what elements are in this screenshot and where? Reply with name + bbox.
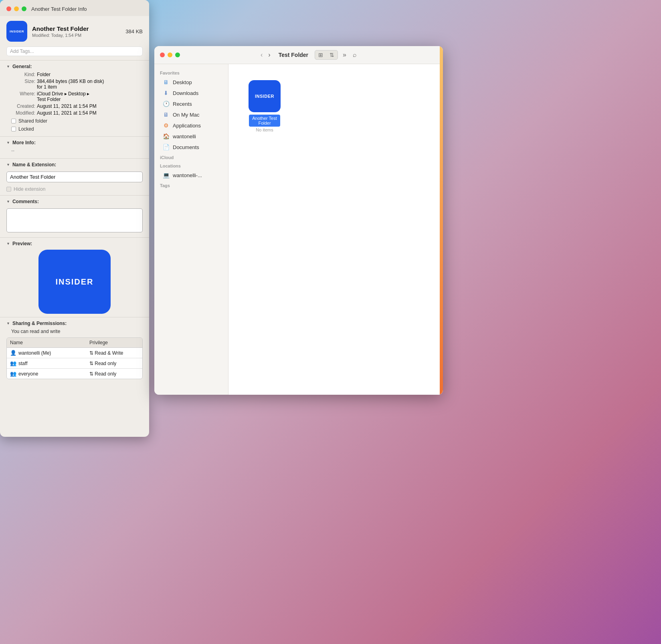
sidebar-item-onmymac[interactable]: 🖥 On My Mac: [157, 109, 226, 120]
comments-header[interactable]: ▼ Comments:: [6, 199, 143, 204]
sidebar-item-label: Desktop: [173, 79, 192, 85]
table-row: 👥 staff ⇅ Read only: [7, 358, 142, 369]
modified-label: Modified:: [11, 110, 35, 116]
documents-icon: 📄: [162, 144, 170, 150]
chevron-icon: ▼: [6, 163, 10, 167]
chevron-icon: ▼: [6, 321, 10, 325]
finder-sidebar: Favorites 🖥 Desktop ⬇ Downloads 🕐 Recent…: [154, 64, 228, 395]
privilege-cell[interactable]: ⇅ Read only: [86, 369, 142, 379]
locked-row: Locked: [6, 125, 143, 133]
sidebar-item-recents[interactable]: 🕐 Recents: [157, 99, 226, 109]
group-icon: 👥: [10, 360, 16, 366]
finder-close-button[interactable]: [160, 52, 165, 57]
hide-extension-row: Hide extension: [6, 186, 143, 192]
sidebar-item-label: On My Mac: [173, 112, 199, 118]
finder-minimize-button[interactable]: [168, 52, 172, 57]
recents-icon: 🕐: [162, 101, 170, 107]
finder-maximize-button[interactable]: [175, 52, 180, 57]
file-name: Another Test Folder: [32, 25, 89, 32]
desktop-icon: 🖥: [162, 79, 170, 85]
chevron-icon: ▼: [6, 200, 10, 204]
group-icon: 👥: [10, 371, 16, 377]
favorites-label: Favorites: [154, 68, 228, 77]
hide-extension-label: Hide extension: [14, 186, 45, 192]
modified-row: Modified: August 11, 2021 at 1:54 PM: [6, 110, 143, 116]
sidebar-item-label: wantonelli-...: [173, 172, 202, 178]
comments-textarea[interactable]: [6, 208, 143, 232]
locations-label: Locations: [154, 161, 228, 170]
traffic-lights: [6, 6, 26, 11]
search-button[interactable]: ⌕: [351, 50, 358, 59]
folder-name-badge: Another TestFolder: [249, 115, 280, 127]
sidebar-item-label: wantonelli: [173, 133, 196, 139]
finder-toolbar-right: ⊞ ⇅ » ⌕: [315, 50, 358, 60]
kind-value: Folder: [37, 72, 143, 77]
modified-value: August 11, 2021 at 1:54 PM: [37, 110, 143, 116]
username: everyone: [18, 371, 38, 377]
user-cell: 👤 wantonelli (Me): [7, 348, 86, 358]
applications-icon: ⚙: [162, 122, 170, 129]
close-button[interactable]: [6, 6, 11, 11]
privilege-cell[interactable]: ⇅ Read only: [86, 358, 142, 368]
back-button[interactable]: ‹: [259, 50, 264, 59]
tags-input[interactable]: Add Tags...: [6, 46, 143, 56]
nav-buttons: ‹ ›: [259, 50, 272, 59]
sidebar-item-applications[interactable]: ⚙ Applications: [157, 120, 226, 131]
sidebar-item-label: Downloads: [173, 90, 198, 96]
locked-checkbox[interactable]: [11, 127, 16, 131]
file-modified: Modified: Today, 1:54 PM: [32, 33, 89, 38]
more-info-header[interactable]: ▼ More Info:: [6, 140, 143, 145]
sharing-header[interactable]: ▼ Sharing & Permissions:: [6, 321, 143, 326]
sidebar-item-documents[interactable]: 📄 Documents: [157, 142, 226, 152]
chevron-icon: ▼: [6, 65, 10, 69]
sidebar-item-computer[interactable]: 💻 wantonelli-...: [157, 170, 226, 180]
size-row: Size: 384,484 bytes (385 KB on disk)for …: [6, 79, 143, 90]
sidebar-item-desktop[interactable]: 🖥 Desktop: [157, 77, 226, 87]
name-ext-input[interactable]: [6, 172, 143, 182]
created-value: August 11, 2021 at 1:54 PM: [37, 103, 143, 109]
computer-icon: 💻: [162, 172, 170, 178]
sidebar-item-home[interactable]: 🏠 wantonelli: [157, 131, 226, 141]
sidebar-item-label: Recents: [173, 101, 192, 107]
chevron-icon: ▼: [6, 141, 10, 145]
minimize-button[interactable]: [14, 6, 19, 11]
hide-extension-checkbox[interactable]: [6, 187, 11, 192]
user-cell: 👥 everyone: [7, 369, 86, 379]
finder-window: ‹ › Test Folder ⊞ ⇅ » ⌕ Favorites 🖥 Desk…: [154, 46, 443, 395]
icon-view-button[interactable]: ⊞: [315, 50, 326, 59]
kind-row: Kind: Folder: [6, 72, 143, 77]
preview-image: INSIDER: [38, 250, 111, 314]
name-ext-header[interactable]: ▼ Name & Extension:: [6, 162, 143, 168]
size-value: 384,484 bytes (385 KB on disk)for 1 item: [37, 79, 143, 90]
home-icon: 🏠: [162, 133, 170, 139]
forward-button[interactable]: ›: [267, 50, 272, 59]
privilege-cell[interactable]: ⇅ Read & Write: [86, 348, 142, 358]
sort-button[interactable]: ⇅: [326, 50, 338, 59]
finder-content: INSIDER Another TestFolder No items: [228, 64, 443, 395]
folder-item[interactable]: INSIDER Another TestFolder No items: [245, 80, 285, 132]
general-section-header[interactable]: ▼ General:: [6, 64, 143, 69]
finder-titlebar: ‹ › Test Folder ⊞ ⇅ » ⌕: [154, 46, 443, 64]
finder-body: Favorites 🖥 Desktop ⬇ Downloads 🕐 Recent…: [154, 64, 443, 395]
maximize-button[interactable]: [22, 6, 26, 11]
view-toggle: ⊞ ⇅: [315, 50, 338, 60]
table-row: 👤 wantonelli (Me) ⇅ Read & Write: [7, 348, 142, 358]
more-button[interactable]: »: [341, 50, 348, 59]
downloads-icon: ⬇: [162, 90, 170, 96]
info-titlebar: Another Test Folder Info: [0, 0, 149, 16]
sidebar-item-downloads[interactable]: ⬇ Downloads: [157, 88, 226, 98]
shared-folder-checkbox[interactable]: [11, 119, 16, 123]
username: staff: [18, 361, 27, 366]
sidebar-item-label: Documents: [173, 144, 199, 150]
comments-section: ▼ Comments:: [0, 196, 149, 237]
preview-header[interactable]: ▼ Preview:: [6, 241, 143, 246]
finder-traffic-lights: [160, 52, 180, 57]
name-ext-section: ▼ Name & Extension: Hide extension: [0, 159, 149, 195]
created-row: Created: August 11, 2021 at 1:54 PM: [6, 103, 143, 109]
sharing-description: You can read and write: [6, 329, 143, 334]
privilege-value: ⇅ Read only: [89, 361, 116, 366]
info-header: INSIDER Another Test Folder Modified: To…: [0, 16, 149, 46]
privilege-value: ⇅ Read & Write: [89, 350, 123, 356]
icloud-label: iCloud: [154, 153, 228, 161]
finder-window-title: Test Folder: [279, 52, 308, 58]
